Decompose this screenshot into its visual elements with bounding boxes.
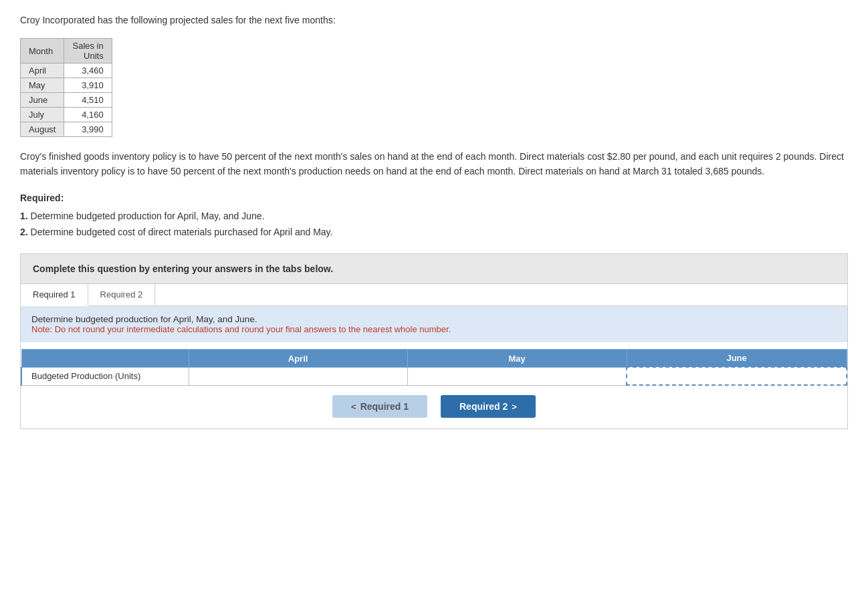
btn-required1-chevron: < (351, 402, 356, 412)
month-cell: August (21, 122, 64, 137)
btn-required2[interactable]: Required 2 > (441, 395, 536, 418)
answer-table: April May June Budgeted Production (Unit… (21, 349, 847, 386)
bottom-nav: < Required 1 Required 2 > (21, 386, 847, 429)
complete-box: Complete this question by entering your … (20, 253, 848, 284)
btn-required1-label: Required 1 (360, 401, 409, 412)
col2-header: Sales in Units (64, 39, 112, 64)
tab-instruction: Determine budgeted production for April,… (31, 314, 837, 324)
april-input-cell[interactable] (189, 367, 407, 385)
units-cell: 4,160 (64, 108, 112, 122)
units-cell: 3,460 (64, 64, 112, 78)
col-june-header: June (627, 350, 847, 368)
intro-paragraph: Croy Incorporated has the following proj… (20, 13, 848, 27)
june-input-cell[interactable] (627, 367, 847, 385)
tabs-bar: Required 1 Required 2 (21, 284, 847, 306)
row-label: Budgeted Production (Units) (21, 367, 189, 385)
table-row: Budgeted Production (Units) (21, 367, 847, 385)
req-num: 1. (20, 211, 28, 221)
col1-header: Month (21, 39, 64, 64)
required-heading: Required: (20, 193, 848, 203)
col-empty-header (21, 350, 189, 368)
tab-required-2[interactable]: Required 2 (88, 284, 156, 306)
btn-required1[interactable]: < Required 1 (332, 395, 427, 418)
units-cell: 4,510 (64, 93, 112, 108)
tab-required-1-label: Required 1 (33, 289, 76, 299)
may-input[interactable] (417, 371, 617, 381)
tab-required-2-label: Required 2 (100, 289, 143, 299)
description-text: Croy's finished goods inventory policy i… (20, 149, 848, 179)
col-april-header: April (189, 350, 407, 368)
june-input[interactable] (637, 371, 837, 381)
btn-required2-chevron: > (512, 402, 517, 412)
answer-table-container: April May June Budgeted Production (Unit… (21, 349, 847, 386)
april-input[interactable] (199, 371, 398, 381)
req-num: 2. (20, 227, 28, 237)
complete-box-text: Complete this question by entering your … (33, 263, 333, 274)
list-item: 2. Determine budgeted cost of direct mat… (20, 225, 848, 241)
tab-required-1[interactable]: Required 1 (21, 284, 88, 306)
units-cell: 3,910 (64, 78, 112, 93)
btn-required2-label: Required 2 (459, 401, 508, 412)
requirements-list: 1. Determine budgeted production for Apr… (20, 209, 848, 241)
tab-note: Note: Do not round your intermediate cal… (31, 324, 837, 334)
tabs-section: Required 1 Required 2 Determine budgeted… (20, 284, 848, 429)
month-cell: June (21, 93, 64, 108)
month-cell: July (21, 108, 64, 122)
sales-table: Month Sales in Units April3,460May3,910J… (20, 38, 112, 137)
month-cell: April (21, 64, 64, 78)
tab-content: Determine budgeted production for April,… (21, 306, 847, 342)
col-may-header: May (407, 350, 627, 368)
month-cell: May (21, 78, 64, 93)
list-item: 1. Determine budgeted production for Apr… (20, 209, 848, 225)
units-cell: 3,990 (64, 122, 112, 137)
may-input-cell[interactable] (407, 367, 627, 385)
